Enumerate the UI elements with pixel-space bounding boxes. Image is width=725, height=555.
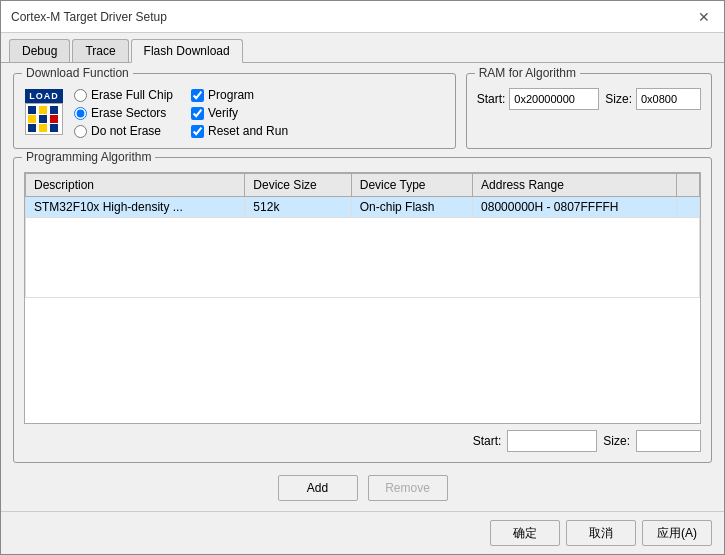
load-cell-9 xyxy=(50,124,58,132)
col-description: Description xyxy=(26,174,245,197)
col-address-range: Address Range xyxy=(473,174,677,197)
tab-content: Download Function LOAD xyxy=(1,63,724,511)
tab-trace[interactable]: Trace xyxy=(72,39,128,62)
load-cell-1 xyxy=(28,106,36,114)
window-title: Cortex-M Target Driver Setup xyxy=(11,10,167,24)
col-device-type: Device Type xyxy=(351,174,472,197)
df-inner: LOAD xyxy=(24,88,445,138)
ram-algorithm-group: RAM for Algorithm Start: Size: xyxy=(466,73,712,149)
remove-button[interactable]: Remove xyxy=(368,475,448,501)
erase-full-chip-radio[interactable] xyxy=(74,89,87,102)
ram-size-group: Size: xyxy=(605,88,701,110)
title-bar: Cortex-M Target Driver Setup ✕ xyxy=(1,1,724,33)
tab-flash-download[interactable]: Flash Download xyxy=(131,39,243,63)
ok-button[interactable]: 确定 xyxy=(490,520,560,546)
do-not-erase-radio[interactable] xyxy=(74,125,87,138)
erase-full-chip-option[interactable]: Erase Full Chip xyxy=(74,88,173,102)
erase-sectors-label: Erase Sectors xyxy=(91,106,166,120)
tf-size-label: Size: xyxy=(603,434,630,448)
add-button[interactable]: Add xyxy=(278,475,358,501)
load-image: LOAD xyxy=(25,89,63,127)
empty-row xyxy=(26,218,700,298)
cell-extra xyxy=(677,197,700,218)
cell-device-type: On-chip Flash xyxy=(351,197,472,218)
load-top-text: LOAD xyxy=(25,89,63,103)
ram-size-input[interactable] xyxy=(636,88,701,110)
program-checkbox-item[interactable]: Program xyxy=(191,88,288,102)
footer: 确定 取消 应用(A) xyxy=(1,511,724,554)
ram-start-group: Start: xyxy=(477,88,600,110)
program-checkbox[interactable] xyxy=(191,89,204,102)
top-section: Download Function LOAD xyxy=(13,73,712,149)
tab-bar: Debug Trace Flash Download xyxy=(1,33,724,63)
main-window: Cortex-M Target Driver Setup ✕ Debug Tra… xyxy=(0,0,725,555)
cell-description: STM32F10x High-density ... xyxy=(26,197,245,218)
load-cell-8 xyxy=(39,124,47,132)
erase-full-chip-label: Erase Full Chip xyxy=(91,88,173,102)
load-cell-5 xyxy=(39,115,47,123)
reset-and-run-checkbox-item[interactable]: Reset and Run xyxy=(191,124,288,138)
tf-size-input[interactable] xyxy=(636,430,701,452)
erase-sectors-option[interactable]: Erase Sectors xyxy=(74,106,173,120)
table-footer: Start: Size: xyxy=(24,430,701,452)
programming-algo-label: Programming Algorithm xyxy=(22,150,155,164)
load-icon: LOAD xyxy=(24,88,64,128)
download-function-group: Download Function LOAD xyxy=(13,73,456,149)
tf-start-label: Start: xyxy=(473,434,502,448)
erase-radio-group: Erase Full Chip Erase Sectors Do not Era… xyxy=(74,88,173,138)
algo-table: Description Device Size Device Type Addr… xyxy=(25,173,700,298)
ram-algorithm-label: RAM for Algorithm xyxy=(475,66,580,80)
checkbox-group: Program Verify Reset and Run xyxy=(191,88,288,138)
download-function-label: Download Function xyxy=(22,66,133,80)
algo-table-container: Description Device Size Device Type Addr… xyxy=(24,172,701,424)
tf-start-input[interactable] xyxy=(507,430,597,452)
ram-start-label: Start: xyxy=(477,92,506,106)
reset-and-run-checkbox[interactable] xyxy=(191,125,204,138)
do-not-erase-option[interactable]: Do not Erase xyxy=(74,124,173,138)
table-header-row: Description Device Size Device Type Addr… xyxy=(26,174,700,197)
load-cell-4 xyxy=(28,115,36,123)
cell-address-range: 08000000H - 0807FFFFH xyxy=(473,197,677,218)
cell-device-size: 512k xyxy=(245,197,351,218)
programming-algo-group: Programming Algorithm Description Device… xyxy=(13,157,712,463)
load-bottom-grid xyxy=(25,103,63,135)
verify-checkbox-item[interactable]: Verify xyxy=(191,106,288,120)
col-extra xyxy=(677,174,700,197)
load-cell-6 xyxy=(50,115,58,123)
add-remove-row: Add Remove xyxy=(13,475,712,501)
apply-button[interactable]: 应用(A) xyxy=(642,520,712,546)
ram-start-input[interactable] xyxy=(509,88,599,110)
load-cell-3 xyxy=(50,106,58,114)
verify-label: Verify xyxy=(208,106,238,120)
ram-size-label: Size: xyxy=(605,92,632,106)
reset-and-run-label: Reset and Run xyxy=(208,124,288,138)
table-row[interactable]: STM32F10x High-density ... 512k On-chip … xyxy=(26,197,700,218)
ram-inner: Start: Size: xyxy=(477,88,701,110)
load-cell-7 xyxy=(28,124,36,132)
load-cell-2 xyxy=(39,106,47,114)
verify-checkbox[interactable] xyxy=(191,107,204,120)
close-button[interactable]: ✕ xyxy=(694,9,714,25)
cancel-button[interactable]: 取消 xyxy=(566,520,636,546)
col-device-size: Device Size xyxy=(245,174,351,197)
do-not-erase-label: Do not Erase xyxy=(91,124,161,138)
erase-sectors-radio[interactable] xyxy=(74,107,87,120)
tab-debug[interactable]: Debug xyxy=(9,39,70,62)
program-label: Program xyxy=(208,88,254,102)
